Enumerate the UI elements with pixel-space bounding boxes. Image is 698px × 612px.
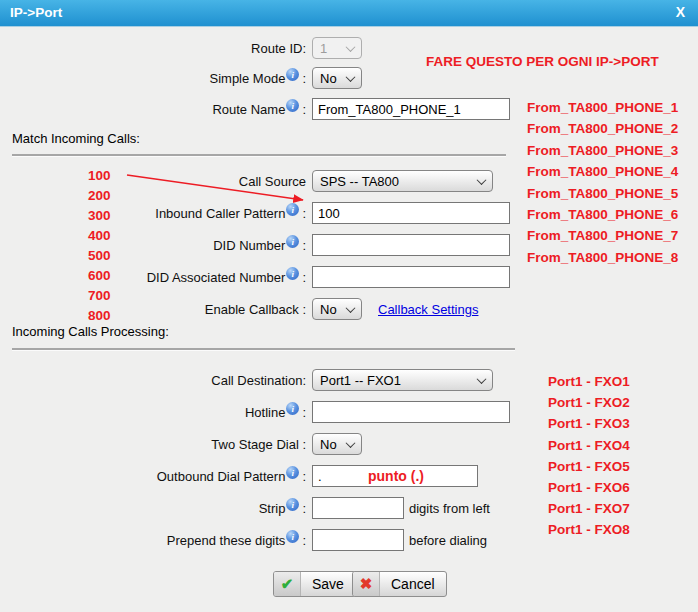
ip-port-dialog: IP->Port X Route ID: 1 Simple Mode i : N… [0,0,698,612]
prepend-suffix-text: before dialing [409,533,487,548]
strip-label: Strip i : [0,496,306,520]
route-name-label: Route Name i : [0,97,306,121]
colon: : [302,469,306,484]
strip-suffix-text: digits from left [409,501,490,516]
route-name-input[interactable] [312,98,510,120]
did-associated-number-row: DID Associated Number i : [0,265,698,289]
call-destination-label-text: Call Destination: [211,373,306,388]
info-icon[interactable]: i [286,498,299,511]
call-source-row: Call Source SPS -- TA800 [0,169,698,193]
call-source-value: SPS -- TA800 [320,174,399,189]
route-id-label-text: Route ID: [251,41,306,56]
inbound-caller-pattern-label: Inbound Caller Pattern i : [0,201,306,225]
section-incoming-calls-processing: Incoming Calls Processing: [12,324,169,339]
call-destination-select[interactable]: Port1 -- FXO1 [312,369,493,391]
annotation-port-name: Port1 - FXO1 [548,371,630,392]
two-stage-dial-select[interactable]: No [312,433,362,455]
strip-input[interactable] [312,497,404,519]
dialog-titlebar: IP->Port X [0,0,698,27]
did-associated-number-label-text: DID Associated Number [147,270,286,285]
checkmark-icon: ✔ [274,572,301,596]
enable-callback-value: No [320,302,337,317]
annotation-note-top: FARE QUESTO PER OGNI IP->PORT [426,54,659,69]
colon: : [302,102,306,117]
route-id-select: 1 [312,37,362,59]
inbound-caller-pattern-row: Inbound Caller Pattern i : [0,201,698,225]
call-source-select[interactable]: SPS -- TA800 [312,170,493,192]
outbound-dial-pattern-label: Outbound Dial Pattern i : [0,464,306,488]
call-destination-value: Port1 -- FXO1 [320,373,401,388]
hotline-row: Hotline i : [0,400,698,424]
inbound-caller-pattern-label-text: Inbound Caller Pattern [155,206,285,221]
chevron-down-icon [346,72,356,82]
info-icon[interactable]: i [286,267,299,280]
info-icon[interactable]: i [286,235,299,248]
simple-mode-row: Simple Mode i : No [0,66,698,90]
colon: : [302,405,306,420]
info-icon[interactable]: i [286,402,299,415]
route-name-label-text: Route Name [212,102,285,117]
hotline-label: Hotline i : [0,400,306,424]
route-id-value: 1 [320,41,327,56]
two-stage-dial-value: No [320,437,337,452]
annotation-phone-name: From_TA800_PHONE_3 [527,140,678,161]
chevron-down-icon [346,303,356,313]
simple-mode-select[interactable]: No [312,67,362,89]
simple-mode-label-text: Simple Mode [210,71,286,86]
annotation-phone-name: From_TA800_PHONE_2 [527,118,678,139]
close-icon[interactable]: X [676,4,685,20]
section-divider [12,154,506,156]
info-icon[interactable]: i [286,530,299,543]
prepend-digits-label: Prepend these digits i : [0,528,306,552]
did-associated-number-label: DID Associated Number i : [0,265,306,289]
chevron-down-icon [477,374,487,384]
call-destination-label: Call Destination: [0,368,306,392]
enable-callback-label-text: Enable Callback : [205,302,306,317]
save-button-label: Save [301,572,355,596]
prepend-digits-label-text: Prepend these digits [167,533,286,548]
section-match-incoming-calls: Match Incoming Calls: [12,131,140,146]
enable-callback-row: Enable Callback : No Callback Settings [0,297,698,321]
prepend-digits-row: Prepend these digits i : before dialing [0,528,698,552]
simple-mode-value: No [320,71,337,86]
colon: : [302,71,306,86]
callback-settings-link[interactable]: Callback Settings [378,302,478,317]
chevron-down-icon [346,42,356,52]
did-number-row: DID Number i : [0,233,698,257]
did-associated-number-input[interactable] [312,266,510,288]
call-source-label: Call Source [0,169,306,193]
save-button[interactable]: ✔ Save [273,571,356,597]
simple-mode-label: Simple Mode i : [0,66,306,90]
info-icon[interactable]: i [286,99,299,112]
outbound-dial-pattern-row: Outbound Dial Pattern i : [0,464,698,488]
did-number-label-text: DID Number [213,238,285,253]
outbound-dial-pattern-label-text: Outbound Dial Pattern [157,469,286,484]
colon: : [302,270,306,285]
x-cross-icon: ✖ [353,572,380,596]
info-icon[interactable]: i [286,466,299,479]
colon: : [302,206,306,221]
annotation-punto-note: punto (.) [368,468,424,484]
chevron-down-icon [346,438,356,448]
enable-callback-select[interactable]: No [312,298,362,320]
cancel-button[interactable]: ✖ Cancel [352,571,447,597]
colon: : [302,533,306,548]
colon: : [302,238,306,253]
two-stage-dial-label-text: Two Stage Dial : [211,437,306,452]
info-icon[interactable]: i [286,68,299,81]
did-number-input[interactable] [312,234,510,256]
route-id-label: Route ID: [0,36,306,60]
inbound-caller-pattern-input[interactable] [312,202,510,224]
two-stage-dial-label: Two Stage Dial : [0,432,306,456]
section-divider [12,348,515,350]
cancel-button-label: Cancel [380,572,446,596]
strip-row: Strip i : digits from left [0,496,698,520]
info-icon[interactable]: i [286,203,299,216]
annotation-phone-name: From_TA800_PHONE_1 [527,97,678,118]
strip-label-text: Strip [259,501,286,516]
hotline-input[interactable] [312,401,510,423]
colon: : [302,501,306,516]
prepend-digits-input[interactable] [312,529,404,551]
dialog-title: IP->Port [10,5,62,20]
did-number-label: DID Number i : [0,233,306,257]
